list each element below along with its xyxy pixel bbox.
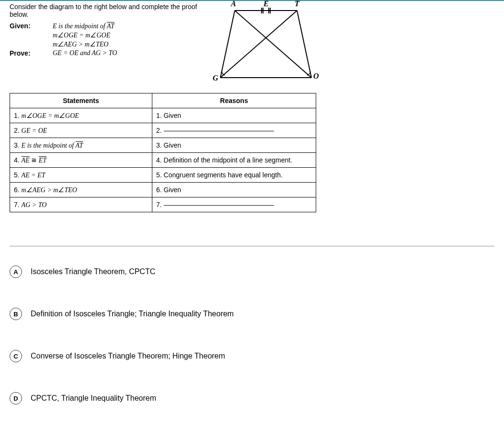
option-circle-c[interactable]: C [10,350,22,362]
row-num: 5. [14,171,20,179]
prove-label: Prove: [10,49,53,57]
option-circle-a[interactable]: A [10,266,22,278]
answer-options: A Isosceles Triangle Theorem, CPCTC B De… [10,266,494,428]
option-text-a: Isosceles Triangle Theorem, CPCTC [31,267,155,276]
option-text-c: Converse of Isosceles Triangle Theorem; … [31,352,225,360]
row-seg1: AE [22,157,30,164]
given-line-2: m∠OGE = m∠GOE [53,31,211,39]
row-seg2: ET [39,157,46,164]
row-statement: m∠AEG > m∠TEO [22,186,77,194]
table-header-row: Statements Reasons [10,93,316,108]
table-row: 1. m∠OGE = m∠GOE 1. Given [10,108,316,123]
separator-line [10,246,494,246]
row-reason: Definition of the midpoint of a line seg… [164,156,293,164]
row-reason: Given [164,141,182,149]
table-row: 3. E is the midpoint of AT 3. Given [10,138,316,153]
row-num: 7. [156,201,162,208]
proof-table: Statements Reasons 1. m∠OGE = m∠GOE 1. G… [10,93,316,212]
diagram-label-e: E [263,0,269,8]
row-num: 2. [156,127,162,134]
row-num: 5. [156,171,162,179]
table-row: 4. AE ≅ ET 4. Definition of the midpoint… [10,153,316,168]
diagram-label-g: G [213,74,218,82]
diagram-label-a: A [231,0,236,8]
row-reason: Congruent segments have equal length. [164,171,283,179]
row-reason: Given [164,186,182,194]
table-row: 6. m∠AEG > m∠TEO 6. Given [10,183,316,197]
diagram-label-t: T [295,0,299,8]
row-num: 3. [156,141,162,149]
row-num: 6. [156,186,162,194]
table-row: 7. AG > TO 7. [10,197,316,212]
row-num: 7. [14,201,20,208]
diagram-svg [216,1,321,87]
row-num: 6. [14,186,20,194]
option-c[interactable]: C Converse of Isosceles Triangle Theorem… [10,350,494,362]
option-text-d: CPCTC, Triangle Inequality Theorem [31,394,156,403]
diagram-label-o: O [313,72,319,81]
row-statement: AG > TO [22,201,47,208]
statements-header: Statements [10,93,152,108]
reasons-header: Reasons [152,93,316,108]
row-cong: ≅ [30,157,39,164]
row-statement: m∠OGE = m∠GOE [22,112,79,119]
given-line-1-text: E is the midpoint of [53,23,107,30]
blank-reason-7[interactable] [164,205,274,206]
row-num: 4. [14,156,20,164]
row-statement: AE = ET [22,172,46,179]
given-label: Given: [10,22,53,30]
option-b[interactable]: B Definition of Isosceles Triangle; Tria… [10,308,494,320]
prove-text: GE = OE and AG > TO [53,49,211,57]
instruction-text: Consider the diagram to the right below … [10,1,211,22]
row-num: 3. [14,141,20,149]
row-seg: AT [76,142,83,149]
option-a[interactable]: A Isosceles Triangle Theorem, CPCTC [10,266,494,278]
table-row: 2. GE = OE 2. [10,123,316,138]
row-reason: Given [164,112,182,119]
row-num: 1. [156,112,162,119]
row-num: 4. [156,156,162,164]
given-line-1-seg: AT [107,23,115,30]
option-text-b: Definition of Isosceles Triangle; Triang… [31,310,234,318]
blank-reason-2[interactable] [164,131,274,131]
row-num: 2. [14,127,20,134]
option-d[interactable]: D CPCTC, Triangle Inequality Theorem [10,392,494,405]
row-statement: E is the midpoint of [22,142,76,149]
given-line-1: E is the midpoint of AT [53,22,211,30]
table-row: 5. AE = ET 5. Congruent segments have eq… [10,168,316,183]
row-num: 1. [14,112,20,119]
row-statement: GE = OE [22,127,47,134]
given-line-3: m∠AEG > m∠TEO [53,40,211,48]
geometry-diagram: A E T G O [216,1,321,87]
option-circle-d[interactable]: D [10,392,22,405]
option-circle-b[interactable]: B [10,308,22,320]
